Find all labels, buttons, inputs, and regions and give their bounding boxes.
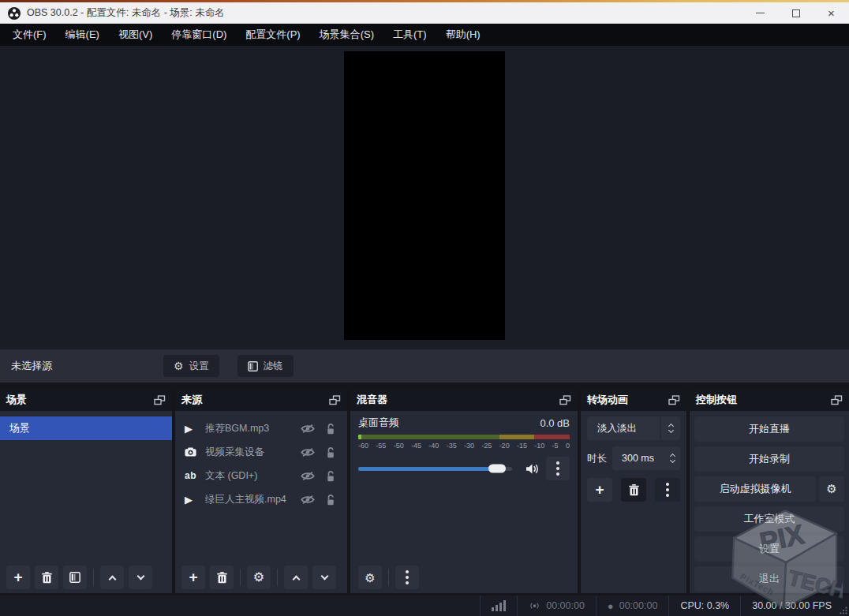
trash-icon xyxy=(217,572,227,584)
mute-toggle[interactable] xyxy=(525,463,539,475)
duration-spin-arrows[interactable] xyxy=(664,451,680,465)
visibility-hidden-toggle[interactable] xyxy=(298,424,317,434)
channel-options-button[interactable] xyxy=(546,457,570,480)
volume-slider-fill xyxy=(358,467,497,471)
menu-profile[interactable]: 配置文件(P) xyxy=(236,24,309,46)
tick: -55 xyxy=(376,442,386,450)
lock-toggle[interactable] xyxy=(324,494,338,506)
remove-transition-button[interactable] xyxy=(621,478,646,502)
source-move-up-button[interactable] xyxy=(284,566,308,589)
minimize-button[interactable] xyxy=(742,2,778,24)
popout-icon[interactable] xyxy=(329,395,341,405)
transition-select-arrows[interactable] xyxy=(661,416,680,440)
no-source-selected-label: 未选择源 xyxy=(11,359,52,373)
close-button[interactable]: × xyxy=(813,2,849,24)
chevron-down-icon xyxy=(320,572,328,580)
visibility-hidden-toggle[interactable] xyxy=(298,447,317,457)
duration-value: 300 ms xyxy=(622,453,664,464)
maximize-button[interactable] xyxy=(778,2,813,24)
popout-icon[interactable] xyxy=(668,395,680,405)
media-source-icon: ▶ xyxy=(185,494,200,506)
source-move-down-button[interactable] xyxy=(312,566,336,589)
preview-canvas[interactable] xyxy=(344,51,505,340)
source-properties-footer-button[interactable]: ⚙ xyxy=(247,566,271,589)
settings-button[interactable]: 设置 xyxy=(694,536,844,562)
add-scene-button[interactable]: + xyxy=(6,566,30,589)
add-transition-button[interactable]: + xyxy=(587,478,612,502)
tick: -10 xyxy=(534,442,544,450)
filter-icon xyxy=(248,361,258,371)
source-row-main-video[interactable]: ▶ 绿巨人主视频.mp4 xyxy=(175,487,347,511)
meter-scale: -60 -55 -50 -45 -40 -35 -30 -25 -20 -15 … xyxy=(358,442,570,450)
unlock-icon xyxy=(326,470,335,482)
preview-area[interactable] xyxy=(0,46,849,349)
stream-timer-cell: 00:00:00 xyxy=(517,595,596,616)
gear-icon: ⚙ xyxy=(826,482,836,496)
eye-slash-icon xyxy=(301,447,315,457)
gear-icon: ⚙ xyxy=(253,571,264,584)
menu-help[interactable]: 帮助(H) xyxy=(436,24,490,46)
volume-slider-handle[interactable] xyxy=(488,465,506,473)
volume-slider[interactable] xyxy=(358,467,512,471)
advanced-audio-button[interactable]: ⚙ xyxy=(358,566,382,589)
lock-toggle[interactable] xyxy=(324,446,338,458)
broadcast-icon xyxy=(529,601,540,610)
text-source-icon: ab xyxy=(185,470,200,481)
source-row-text[interactable]: ab 文本 (GDI+) xyxy=(175,464,347,487)
resize-grip[interactable] xyxy=(840,607,847,614)
studio-mode-button[interactable]: 工作室模式 xyxy=(694,506,844,532)
visibility-hidden-toggle[interactable] xyxy=(298,495,317,505)
transition-select-value-area[interactable]: 淡入淡出 xyxy=(587,416,660,440)
plus-icon: + xyxy=(13,569,22,584)
source-filters-label: 滤镜 xyxy=(264,360,283,373)
menu-scene-collection[interactable]: 场景集合(S) xyxy=(310,24,383,46)
menu-tools[interactable]: 工具(T) xyxy=(383,24,436,46)
popout-icon[interactable] xyxy=(154,395,166,405)
status-bar: 00:00:00 ● 00:00:00 CPU: 0.3% 30.00 / 30… xyxy=(0,595,849,616)
chevron-down-icon xyxy=(668,427,673,433)
chevron-down-icon xyxy=(137,572,144,580)
window-title: OBS 30.0.2 - 配置文件: 未命名 - 场景: 未命名 xyxy=(27,6,225,20)
scene-list-item-selected[interactable]: 场景 xyxy=(0,416,172,440)
scene-item-label: 场景 xyxy=(9,421,30,435)
scene-filters-button[interactable] xyxy=(63,566,87,589)
start-recording-button[interactable]: 开始录制 xyxy=(694,446,844,472)
scene-move-up-button[interactable] xyxy=(100,566,124,589)
popout-icon[interactable] xyxy=(831,395,843,405)
obs-logo-icon xyxy=(8,7,21,20)
source-filters-button[interactable]: 滤镜 xyxy=(237,355,294,377)
menu-file[interactable]: 文件(F) xyxy=(3,24,56,46)
lock-toggle[interactable] xyxy=(324,470,338,482)
filter-icon xyxy=(69,572,80,583)
source-row-bgm[interactable]: ▶ 推荐BGM.mp3 xyxy=(175,416,347,440)
add-source-button[interactable]: + xyxy=(181,566,205,589)
popout-icon[interactable] xyxy=(559,395,571,405)
virtual-camera-config-button[interactable]: ⚙ xyxy=(819,476,844,502)
menu-docks[interactable]: 停靠窗口(D) xyxy=(162,24,236,46)
volume-meter xyxy=(358,435,570,439)
tick: -15 xyxy=(517,442,527,450)
minimize-icon xyxy=(756,13,765,13)
transition-current-value: 淡入淡出 xyxy=(597,422,637,435)
transition-options-button[interactable] xyxy=(655,478,680,502)
trash-icon xyxy=(42,572,52,584)
transition-select[interactable]: 淡入淡出 xyxy=(587,416,680,440)
scene-move-down-button[interactable] xyxy=(129,566,152,589)
mixer-options-button[interactable] xyxy=(395,566,419,589)
duration-spinbox[interactable]: 300 ms xyxy=(612,446,680,470)
transitions-panel: 转场动画 淡入淡出 时长 300 ms xyxy=(581,389,686,593)
source-properties-button[interactable]: ⚙ 设置 xyxy=(163,355,219,377)
cpu-usage-cell: CPU: 0.3% xyxy=(668,595,740,616)
close-icon: × xyxy=(828,7,835,19)
remove-source-button[interactable] xyxy=(210,566,234,589)
start-streaming-button[interactable]: 开始直播 xyxy=(694,416,844,442)
exit-button[interactable]: 退出 xyxy=(694,566,844,592)
menu-view[interactable]: 视图(V) xyxy=(109,24,162,46)
scenes-footer: + xyxy=(6,566,152,589)
source-row-capture-device[interactable]: 视频采集设备 xyxy=(175,440,347,464)
lock-toggle[interactable] xyxy=(324,423,338,435)
menu-edit[interactable]: 编辑(E) xyxy=(56,24,109,46)
remove-scene-button[interactable] xyxy=(35,566,58,589)
start-virtual-camera-button[interactable]: 启动虚拟摄像机 xyxy=(694,476,816,502)
visibility-hidden-toggle[interactable] xyxy=(298,471,317,481)
